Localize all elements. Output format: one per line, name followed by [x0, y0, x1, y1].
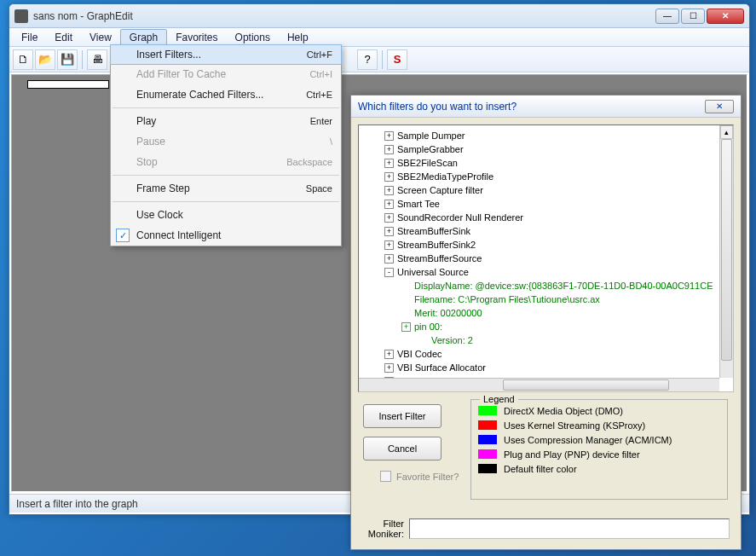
tree-item[interactable]: +SBE2FileScan — [359, 156, 733, 170]
menu-play[interactable]: PlayEnter — [111, 111, 341, 131]
favorite-filter-checkbox[interactable]: Favorite Filter? — [380, 471, 459, 482]
legend-row: Uses Compression Manager (ACM/ICM) — [478, 432, 720, 447]
expand-icon[interactable]: + — [384, 254, 394, 264]
tree-item[interactable]: Merit: 00200000 — [359, 306, 733, 320]
menu-add-filter-cache[interactable]: Add Filter To CacheCtrl+I — [111, 64, 341, 84]
tree-item[interactable]: +Smart Tee — [359, 197, 733, 211]
dialog-close-button[interactable]: ✕ — [705, 100, 734, 113]
expand-icon[interactable]: + — [384, 213, 394, 223]
tree-item[interactable]: +pin 00: — [359, 320, 733, 333]
tree-item[interactable]: +Sample Dumper — [359, 129, 733, 142]
expand-icon[interactable]: + — [384, 200, 394, 209]
filter-tree[interactable]: +Sample Dumper+SampleGrabber+SBE2FileSca… — [358, 125, 734, 392]
expand-icon[interactable]: + — [384, 172, 394, 182]
scrollbar-horizontal[interactable] — [359, 378, 719, 391]
legend-row: Plug and Play (PNP) device filter — [478, 447, 720, 461]
minimize-button[interactable] — [655, 9, 679, 24]
tree-item[interactable]: +StreamBufferSink2 — [359, 238, 733, 252]
cancel-button[interactable]: Cancel — [363, 437, 441, 460]
tree-item[interactable]: +SBE2MediaTypeProfile — [359, 170, 733, 183]
tree-item[interactable]: +StreamBufferSink — [359, 224, 733, 238]
checkbox-icon — [380, 471, 391, 482]
check-icon: ✓ — [116, 229, 130, 242]
insert-filter-button[interactable]: Insert Filter — [363, 404, 441, 428]
expand-icon[interactable]: + — [384, 240, 394, 250]
print-icon[interactable]: 🖶 — [87, 49, 107, 70]
expand-icon[interactable]: + — [384, 350, 394, 359]
window-title: sans nom - GraphEdit — [33, 10, 655, 22]
save-icon[interactable]: 💾 — [57, 49, 78, 70]
s-button[interactable]: S — [387, 49, 407, 70]
expand-icon[interactable]: + — [384, 363, 394, 373]
help-icon[interactable]: ? — [357, 49, 378, 70]
legend-box: Legend DirectX Media Object (DMO)Uses Ke… — [470, 399, 728, 500]
menu-enumerate-cached[interactable]: Enumerate Cached Filters...Ctrl+E — [111, 84, 341, 105]
legend-row: Uses Kernel Streaming (KSProxy) — [478, 418, 720, 432]
menu-pause[interactable]: Pause\ — [111, 131, 341, 152]
tree-item[interactable]: +VBI Surface Allocator — [359, 361, 733, 374]
legend-title: Legend — [480, 394, 518, 404]
expand-icon[interactable]: + — [401, 322, 411, 332]
graph-menu-dropdown: Insert Filters...Ctrl+F Add Filter To Ca… — [110, 44, 342, 246]
titlebar[interactable]: sans nom - GraphEdit — [9, 4, 749, 28]
tree-item[interactable]: +SampleGrabber — [359, 142, 733, 156]
menu-use-clock[interactable]: Use Clock — [111, 205, 341, 225]
tree-item[interactable]: Filename: C:\Program Files\Tutioune\usrc… — [359, 292, 733, 306]
tree-item[interactable]: -Universal Source — [359, 265, 733, 279]
menu-frame-step[interactable]: Frame StepSpace — [111, 178, 341, 199]
moniker-field[interactable] — [409, 518, 730, 539]
menu-help[interactable]: Help — [279, 30, 317, 45]
color-swatch — [478, 435, 497, 444]
maximize-button[interactable] — [681, 9, 705, 24]
dialog-titlebar[interactable]: Which filters do you want to insert? ✕ — [351, 96, 741, 118]
status-text: Insert a filter into the graph — [16, 498, 138, 510]
color-swatch — [478, 449, 497, 459]
tree-item[interactable]: +StreamBufferSource — [359, 252, 733, 265]
menu-edit[interactable]: Edit — [46, 30, 81, 45]
open-icon[interactable]: 📂 — [35, 49, 55, 70]
new-icon[interactable]: 🗋 — [13, 49, 33, 70]
tree-item[interactable]: DisplayName: @device:sw:{083863F1-70DE-1… — [359, 279, 733, 292]
color-swatch — [478, 464, 497, 473]
moniker-label: Filter Moniker: — [363, 518, 404, 539]
menu-stop[interactable]: StopBackspace — [111, 152, 341, 172]
tree-item[interactable]: +VBI Codec — [359, 347, 733, 361]
tree-item[interactable]: +Screen Capture filter — [359, 183, 733, 197]
dialog-title-text: Which filters do you want to insert? — [358, 101, 517, 113]
menu-graph[interactable]: Graph — [120, 29, 167, 46]
tree-item[interactable]: +SoundRecorder Null Renderer — [359, 211, 733, 224]
expand-icon[interactable]: + — [384, 186, 394, 195]
menu-connect-intelligent[interactable]: ✓ Connect Intelligent — [111, 225, 341, 246]
legend-row: DirectX Media Object (DMO) — [478, 403, 720, 418]
collapse-icon[interactable]: - — [384, 268, 394, 277]
legend-row: Default filter color — [478, 461, 720, 476]
close-button[interactable] — [707, 9, 744, 24]
canvas-object[interactable] — [27, 80, 109, 89]
menu-view[interactable]: View — [81, 30, 120, 45]
menu-file[interactable]: File — [13, 30, 46, 45]
color-swatch — [478, 406, 497, 415]
insert-filters-dialog: Which filters do you want to insert? ✕ +… — [350, 95, 742, 550]
expand-icon[interactable]: + — [384, 131, 394, 141]
color-swatch — [478, 420, 497, 430]
tree-item[interactable]: Version: 2 — [359, 333, 733, 347]
expand-icon[interactable]: + — [384, 159, 394, 168]
app-icon — [14, 9, 28, 23]
expand-icon[interactable]: + — [384, 145, 394, 154]
menu-favorites[interactable]: Favorites — [167, 30, 226, 45]
menu-insert-filters[interactable]: Insert Filters...Ctrl+F — [110, 44, 342, 65]
menu-options[interactable]: Options — [227, 30, 279, 45]
expand-icon[interactable]: + — [384, 227, 394, 236]
scrollbar-vertical[interactable] — [719, 125, 733, 378]
